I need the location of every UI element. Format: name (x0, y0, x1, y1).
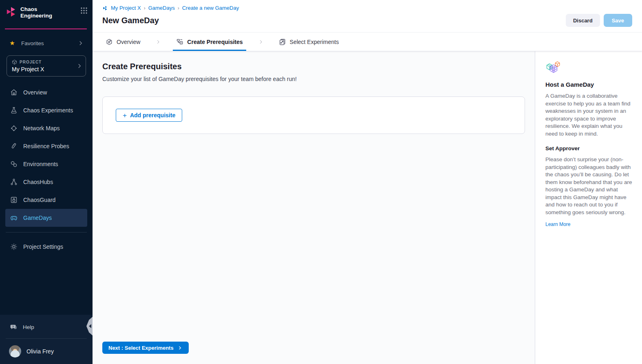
tab-create-prerequisites[interactable]: Create Prerequisites (173, 33, 246, 51)
favorites-row[interactable]: ★ Favorites (5, 36, 88, 50)
tab-label: Overview (117, 39, 140, 45)
breadcrumb-gamedays-link[interactable]: GameDays (148, 5, 175, 11)
prerequisites-flow-icon (176, 38, 183, 46)
gear-icon (10, 243, 18, 251)
page-header: My Project X › GameDays › Create a new G… (93, 0, 642, 33)
hub-icon (10, 178, 18, 186)
project-selector[interactable]: PROJECT My Project X (7, 55, 86, 77)
cube-icon (12, 59, 17, 65)
breadcrumb-project-link[interactable]: My Project X (111, 5, 141, 11)
gamepad-icon (10, 214, 18, 222)
aside-paragraph: A GameDay is a collaborative exercise to… (545, 92, 632, 138)
aside-title: Host a GameDay (545, 81, 632, 88)
sidebar-item-chaos-experiments[interactable]: Chaos Experiments (5, 101, 87, 119)
aside-subheading: Set Approver (545, 145, 632, 151)
user-name: Olivia Frey (26, 348, 54, 355)
prerequisites-card: + Add prerequisite (102, 96, 525, 134)
sidebar-item-label: Environments (23, 161, 58, 167)
breadcrumb-separator: › (178, 5, 179, 11)
network-map-icon (10, 124, 18, 132)
module-grid-icon[interactable] (80, 7, 88, 14)
flask-icon (10, 106, 18, 114)
help-chat-icon: ? (10, 323, 18, 331)
section-heading: Create Prerequisites (102, 62, 525, 71)
content-row: Create Prerequisites Customize your list… (93, 51, 642, 364)
save-button[interactable]: Save (604, 14, 632, 27)
tab-overview[interactable]: Overview (102, 33, 143, 51)
wizard-tab-bar: Overview Create Prerequisites (93, 33, 642, 51)
sidebar-item-environments[interactable]: Environments (5, 155, 87, 173)
breadcrumb-current-link[interactable]: Create a new GameDay (182, 5, 239, 11)
tab-label: Select Experiments (290, 39, 339, 45)
aside-paragraph: Please don’t surprise your (non-particip… (545, 156, 632, 216)
sidebar-item-chaosguard[interactable]: ChaosGuard (5, 191, 87, 209)
content-column: My Project X › GameDays › Create a new G… (93, 0, 642, 364)
brand-title: Chaos Engineering (20, 5, 80, 19)
header-actions: Discard Save (566, 14, 632, 27)
project-label: PROJECT (20, 60, 42, 64)
breadcrumb-separator: › (144, 5, 146, 11)
sidebar-item-gamedays[interactable]: GameDays (5, 209, 87, 227)
sidebar-item-network-maps[interactable]: Network Maps (5, 119, 87, 137)
collapse-arrow-icon (89, 324, 91, 328)
next-select-experiments-button[interactable]: Next : Select Experiments (102, 342, 189, 354)
sidebar-item-label: Chaos Experiments (23, 107, 73, 114)
sidebar-item-label: Overview (23, 89, 47, 96)
experiments-stack-icon (279, 38, 286, 46)
sidebar-item-label: GameDays (23, 215, 52, 221)
brand-divider (5, 29, 87, 29)
page-title: New GameDay (102, 16, 159, 25)
chevron-right-icon (76, 62, 83, 70)
sidebar-nav: Overview Chaos Experiments (0, 83, 93, 227)
chevron-right-icon (177, 345, 183, 351)
favorites-label: Favorites (21, 40, 77, 46)
sidebar-bottom-panel: ? Help Olivia Frey (0, 315, 93, 364)
help-side-panel: Host a GameDay A GameDay is a collaborat… (535, 51, 642, 364)
learn-more-link[interactable]: Learn More (545, 221, 570, 227)
guard-lock-icon (10, 196, 18, 204)
main-panel: Create Prerequisites Customize your list… (93, 51, 535, 364)
user-profile[interactable]: Olivia Frey (5, 342, 87, 361)
svg-text:?: ? (12, 325, 14, 328)
sidebar-divider (6, 232, 87, 232)
sidebar: Chaos Engineering ★ Favorites (0, 0, 93, 364)
chaos-engineering-logo-icon (5, 6, 17, 18)
chevron-right-icon (77, 39, 84, 47)
add-prerequisite-button[interactable]: + Add prerequisite (116, 109, 182, 122)
plus-icon: + (123, 112, 127, 119)
project-name: My Project X (12, 66, 75, 72)
sidebar-item-chaoshubs[interactable]: ChaosHubs (5, 173, 87, 191)
sidebar-item-label: Resilience Probes (23, 143, 69, 149)
sidebar-item-label: ChaosHubs (23, 179, 53, 185)
section-description: Customize your list of GameDay prerequis… (102, 76, 525, 82)
sidebar-item-label: Network Maps (23, 125, 60, 132)
brand-header: Chaos Engineering (0, 0, 93, 24)
chevron-right-icon (258, 33, 264, 51)
sidebar-item-resilience-probes[interactable]: Resilience Probes (5, 137, 87, 155)
breadcrumb: My Project X › GameDays › Create a new G… (102, 5, 632, 11)
tab-select-experiments[interactable]: Select Experiments (276, 33, 342, 51)
sidebar-item-label: Project Settings (23, 243, 63, 250)
harness-logo-icon (102, 5, 108, 11)
hexagon-overview-icon (106, 38, 113, 46)
help-button[interactable]: ? Help (5, 319, 87, 335)
environments-icon (10, 160, 18, 168)
home-icon (10, 88, 18, 96)
avatar (9, 345, 21, 357)
help-label: Help (23, 324, 34, 330)
chevron-right-icon (155, 33, 161, 51)
tab-label: Create Prerequisites (187, 39, 243, 45)
app-root: Chaos Engineering ★ Favorites (0, 0, 642, 364)
sidebar-item-label: ChaosGuard (23, 197, 55, 203)
add-prerequisite-label: Add prerequisite (130, 112, 175, 118)
discard-button[interactable]: Discard (566, 14, 600, 27)
next-button-label: Next : Select Experiments (108, 345, 174, 351)
probe-icon (10, 142, 18, 150)
star-icon: ★ (8, 39, 16, 47)
gameday-cubes-icon (545, 61, 561, 75)
sidebar-item-overview[interactable]: Overview (5, 83, 87, 101)
sidebar-divider (6, 338, 87, 339)
sidebar-item-project-settings[interactable]: Project Settings (5, 238, 87, 256)
